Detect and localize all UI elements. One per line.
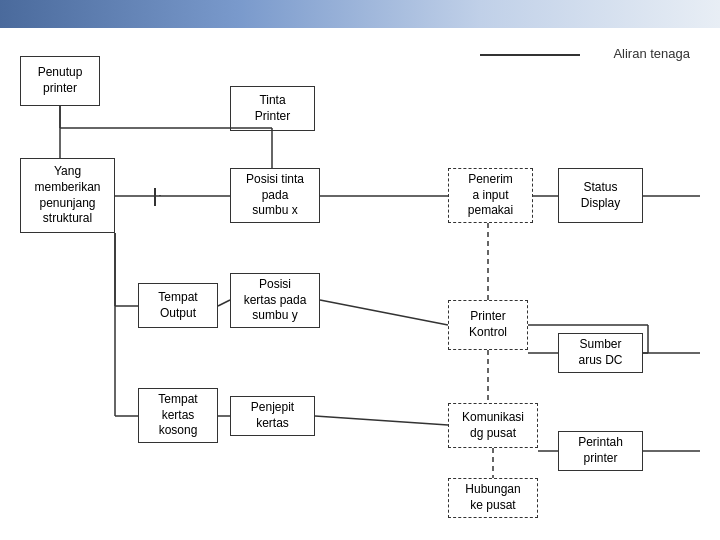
svg-line-20 (315, 416, 448, 425)
tempat-kertas-label: Tempat kertas kosong (158, 392, 197, 439)
box-tinta-printer: Tinta Printer (230, 86, 315, 131)
box-yang-memberikan: Yang memberikan penunjang struktural (20, 158, 115, 233)
status-display-label: Status Display (581, 180, 620, 211)
box-hubungan: Hubungan ke pusat (448, 478, 538, 518)
box-tempat-kertas: Tempat kertas kosong (138, 388, 218, 443)
sumber-arus-label: Sumber arus DC (578, 337, 622, 368)
printer-kontrol-label: Printer Kontrol (469, 309, 507, 340)
box-penutup-printer: Penutup printer (20, 56, 100, 106)
box-penjepit-kertas: Penjepit kertas (230, 396, 315, 436)
box-penerima-input: Penerim a input pemakai (448, 168, 533, 223)
tempat-output-label: Tempat Output (158, 290, 197, 321)
box-komunikasi: Komunikasi dg pusat (448, 403, 538, 448)
svg-line-13 (218, 300, 230, 306)
box-tempat-output: Tempat Output (138, 283, 218, 328)
posisi-kertas-label: Posisi kertas pada sumbu y (244, 277, 307, 324)
box-sumber-arus: Sumber arus DC (558, 333, 643, 373)
yang-memberikan-label: Yang memberikan penunjang struktural (34, 164, 100, 226)
box-status-display: Status Display (558, 168, 643, 223)
tinta-printer-label: Tinta Printer (255, 93, 290, 124)
penjepit-kertas-label: Penjepit kertas (251, 400, 294, 431)
diagram-area: Aliran tenaga Penutup printer Tinta Prin… (0, 28, 720, 540)
box-perintah-printer: Perintah printer (558, 431, 643, 471)
penerima-input-label: Penerim a input pemakai (468, 172, 513, 219)
aliran-tenaga-label: Aliran tenaga (613, 46, 690, 61)
penutup-printer-label: Penutup printer (38, 65, 83, 96)
perintah-printer-label: Perintah printer (578, 435, 623, 466)
komunikasi-label: Komunikasi dg pusat (462, 410, 524, 441)
box-posisi-kertas: Posisi kertas pada sumbu y (230, 273, 320, 328)
hubungan-label: Hubungan ke pusat (465, 482, 520, 513)
posisi-tinta-label: Posisi tinta pada sumbu x (246, 172, 304, 219)
box-printer-kontrol: Printer Kontrol (448, 300, 528, 350)
svg-line-14 (320, 300, 448, 325)
header-bar (0, 0, 720, 28)
box-posisi-tinta: Posisi tinta pada sumbu x (230, 168, 320, 223)
